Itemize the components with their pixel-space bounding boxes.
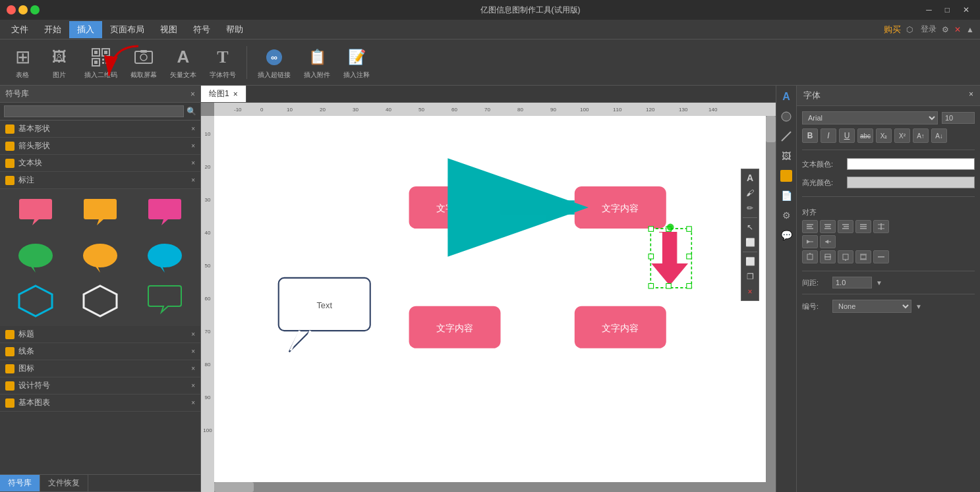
align-center-button[interactable]	[820, 220, 836, 233]
side-icon-image[interactable]: 🖼	[778, 148, 795, 165]
category-close[interactable]: ×	[191, 382, 195, 389]
superscript-button[interactable]: X²	[894, 128, 910, 143]
float-btn-edit[interactable]: ✏	[743, 201, 757, 215]
align-vtop-button[interactable]	[873, 250, 889, 263]
side-icon-chat[interactable]: 💬	[778, 227, 795, 244]
italic-button[interactable]: I	[821, 128, 836, 143]
align-top-button[interactable]	[802, 250, 818, 263]
grow-font-button[interactable]: A↑	[913, 128, 929, 143]
right-panel-close[interactable]: ×	[969, 90, 973, 101]
subscript-button[interactable]: X₂	[876, 128, 892, 143]
scroll-thumb-horizontal[interactable]	[214, 482, 254, 492]
tab-symbol-lib[interactable]: 符号库	[0, 475, 40, 491]
category-close[interactable]: ×	[191, 177, 195, 184]
category-close[interactable]: ×	[191, 348, 195, 355]
category-arrow-shapes[interactable]: 箭头形状 ×	[0, 138, 200, 155]
maximize-button[interactable]: □	[941, 4, 954, 16]
numbering-select[interactable]: None	[832, 300, 911, 313]
shape-item[interactable]	[134, 281, 195, 321]
float-btn-text[interactable]: A	[743, 171, 757, 185]
text-color-picker[interactable]	[847, 158, 975, 170]
category-line[interactable]: 线条 ×	[0, 343, 200, 360]
minimize-button[interactable]: ─	[922, 4, 936, 16]
settings-icon[interactable]: ⚙	[942, 25, 949, 34]
numbering-dropdown[interactable]: ▼	[915, 303, 922, 310]
expand-icon[interactable]: ▲	[966, 25, 974, 34]
spacing-dropdown[interactable]: ▼	[876, 279, 882, 287]
align-vmiddle-button[interactable]	[820, 250, 836, 263]
scrollbar-horizontal[interactable]	[214, 482, 766, 492]
tool-image[interactable]: 🖼 图片	[42, 43, 76, 82]
menu-file[interactable]: 文件	[3, 21, 36, 38]
panel-close-button[interactable]: ×	[190, 90, 195, 99]
shrink-font-button[interactable]: A↓	[931, 128, 947, 143]
close-button[interactable]: ✕	[959, 4, 973, 16]
canvas-tab-drawing[interactable]: 绘图1 ×	[201, 86, 246, 102]
search-input[interactable]	[4, 105, 184, 117]
shape-item[interactable]	[5, 238, 66, 277]
menu-layout[interactable]: 页面布局	[102, 21, 152, 38]
v-align-outdent-button[interactable]	[820, 235, 836, 248]
shape-item[interactable]	[70, 238, 130, 277]
align-right-button[interactable]	[838, 220, 853, 233]
login-button[interactable]: 登录	[921, 24, 937, 35]
category-design-symbol[interactable]: 设计符号 ×	[0, 377, 200, 395]
side-icon-line[interactable]	[778, 128, 795, 145]
side-icon-style[interactable]	[778, 108, 795, 125]
tool-attachment[interactable]: 📋 插入附件	[299, 43, 335, 82]
canvas-tab-close[interactable]: ×	[233, 90, 238, 99]
font-name-select[interactable]: Arial	[802, 111, 938, 124]
align-justify-button[interactable]	[855, 220, 871, 233]
shape-item[interactable]	[5, 194, 66, 234]
side-icon-font[interactable]: A	[778, 88, 795, 105]
strikethrough-button[interactable]: abc	[857, 128, 873, 143]
category-close[interactable]: ×	[191, 142, 195, 150]
category-callout[interactable]: 标注 ×	[0, 172, 200, 189]
menu-insert[interactable]: 插入	[69, 21, 102, 38]
float-btn-cursor[interactable]: ↖	[743, 220, 757, 234]
tab-file-recovery[interactable]: 文件恢复	[40, 475, 88, 491]
float-btn-eraser[interactable]: ⬜	[743, 235, 757, 250]
category-close[interactable]: ×	[191, 365, 195, 372]
align-bottom-button[interactable]	[838, 250, 853, 263]
category-text-block[interactable]: 文本块 ×	[0, 155, 200, 172]
shape-item[interactable]	[70, 194, 130, 234]
category-close[interactable]: ×	[191, 331, 195, 338]
side-icon-color[interactable]	[778, 167, 795, 184]
shape-item[interactable]	[134, 194, 195, 234]
buy-button[interactable]: 购买	[884, 24, 901, 36]
shape-item[interactable]	[134, 238, 195, 277]
side-icon-properties[interactable]: ⚙	[778, 207, 795, 224]
canvas-wrapper[interactable]: -10 0 10 20 30 40 50 60 70 80 90 100 110…	[201, 103, 776, 492]
category-basic-shapes[interactable]: 基本形状 ×	[0, 121, 200, 138]
category-close[interactable]: ×	[191, 159, 195, 167]
category-close[interactable]: ×	[191, 125, 195, 132]
tool-font-symbol[interactable]: T 字体符号	[204, 43, 241, 82]
align-vcenter-button[interactable]	[855, 250, 871, 263]
category-icon-cat[interactable]: 图标 ×	[0, 360, 200, 377]
float-btn-clone[interactable]: ❐	[743, 269, 757, 284]
canvas-content[interactable]: 文字内容 文字内容	[214, 116, 766, 482]
tool-table[interactable]: ⊞ 表格	[5, 43, 40, 82]
side-icon-page[interactable]: 📄	[778, 187, 795, 204]
tool-hyperlink[interactable]: ∞ 插入超链接	[252, 43, 296, 82]
v-align-indent-button[interactable]	[802, 235, 818, 248]
category-title[interactable]: 标题 ×	[0, 326, 200, 343]
tool-vector-text[interactable]: A 矢量文本	[165, 43, 202, 82]
menu-home[interactable]: 开始	[36, 21, 69, 38]
menu-help[interactable]: 帮助	[218, 21, 251, 38]
highlight-color-picker[interactable]	[847, 177, 975, 188]
category-basic-chart[interactable]: 基本图表 ×	[0, 395, 200, 412]
menu-view[interactable]: 视图	[152, 21, 185, 38]
underline-button[interactable]: U	[839, 128, 855, 143]
scroll-thumb-vertical[interactable]	[766, 116, 776, 142]
align-left-button[interactable]	[802, 220, 818, 233]
share-icon[interactable]: ⬡	[906, 25, 913, 34]
shape-item[interactable]	[70, 281, 130, 321]
shape-item[interactable]	[5, 281, 66, 321]
search-icon[interactable]: 🔍	[187, 107, 196, 116]
exit-icon[interactable]: ✕	[954, 25, 961, 34]
bold-button[interactable]: B	[802, 128, 818, 143]
float-btn-paint[interactable]: 🖌	[743, 186, 757, 200]
tool-comment[interactable]: 📝 插入注释	[338, 43, 375, 82]
